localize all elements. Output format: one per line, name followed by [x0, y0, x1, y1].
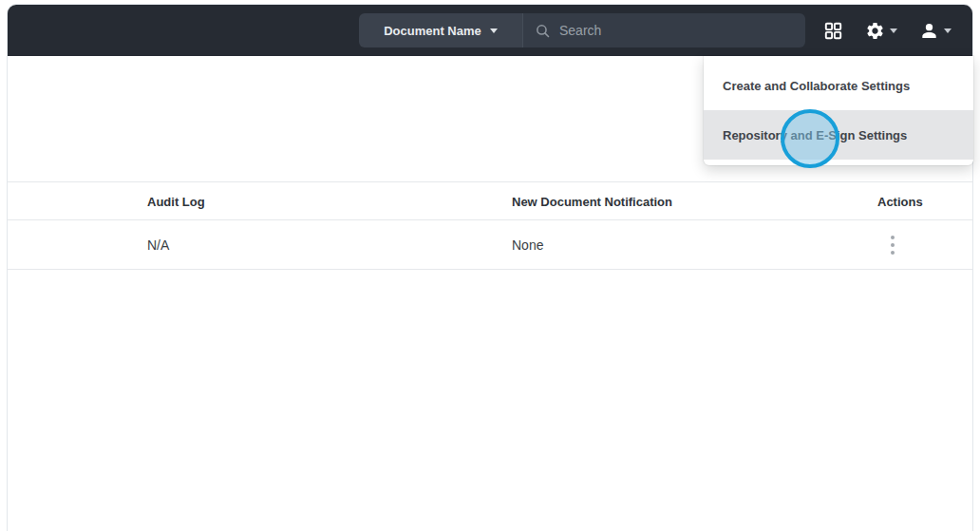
search-group: Document Name: [359, 13, 805, 47]
gear-icon: [865, 21, 885, 41]
apps-grid-icon: [823, 21, 843, 41]
table-row: N/A None: [8, 220, 972, 270]
chevron-down-icon: [944, 28, 952, 33]
chevron-down-icon: [890, 28, 897, 33]
kebab-menu-icon: [891, 236, 895, 255]
cell-new-document-notification: None: [512, 237, 543, 253]
top-navigation-bar: Document Name: [8, 5, 972, 56]
topbar-actions: [821, 5, 953, 56]
person-icon: [919, 21, 939, 41]
app-window: Document Name: [7, 4, 973, 531]
column-header-actions: Actions: [877, 194, 923, 208]
magnifier-icon: [535, 23, 551, 39]
menu-item-create-collaborate-settings[interactable]: Create and Collaborate Settings: [704, 61, 973, 110]
menu-item-repository-esign-settings[interactable]: Repository and E-Sign Settings: [704, 110, 973, 160]
menu-item-label: Create and Collaborate Settings: [723, 79, 910, 93]
account-menu-button[interactable]: [917, 19, 953, 43]
document-type-dropdown[interactable]: Document Name: [359, 13, 522, 47]
cell-audit-log: N/A: [147, 237, 169, 253]
row-actions-button[interactable]: [883, 232, 902, 258]
documents-table: Audit Log New Document Notification Acti…: [8, 181, 972, 270]
table-header-row: Audit Log New Document Notification Acti…: [8, 181, 972, 220]
column-header-new-document-notification: New Document Notification: [512, 194, 672, 208]
search-input[interactable]: [559, 23, 794, 38]
document-type-dropdown-label: Document Name: [384, 24, 481, 38]
column-header-audit-log: Audit Log: [147, 194, 205, 208]
chevron-down-icon: [490, 28, 498, 33]
menu-item-label: Repository and E-Sign Settings: [723, 128, 907, 142]
settings-dropdown-menu: Create and Collaborate Settings Reposito…: [704, 56, 973, 165]
apps-button[interactable]: [821, 19, 845, 43]
search-field-container: [522, 13, 805, 47]
settings-menu-button[interactable]: [863, 19, 899, 43]
